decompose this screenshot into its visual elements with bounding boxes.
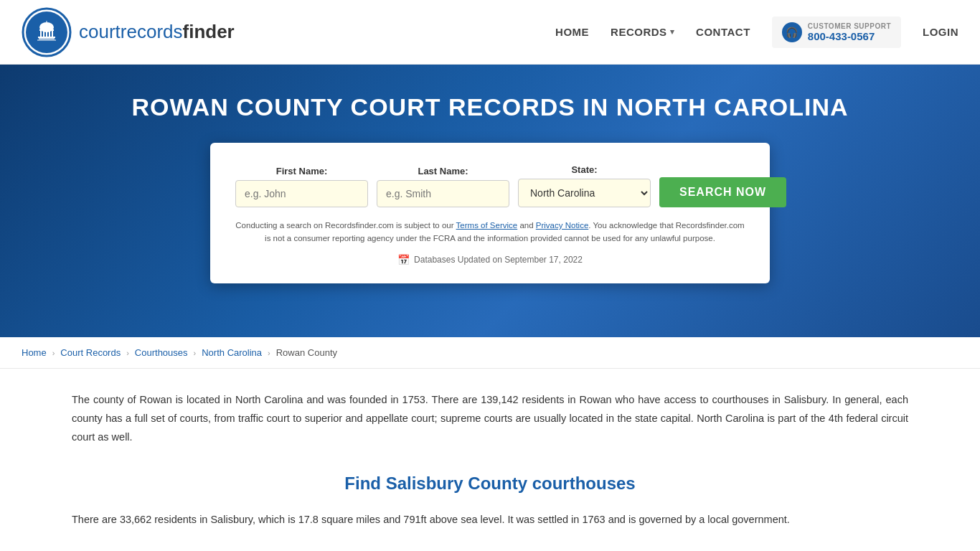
first-name-group: First Name:	[235, 166, 368, 207]
search-button[interactable]: SEARCH NOW	[659, 177, 786, 207]
breadcrumb-sep-1: ›	[52, 349, 55, 357]
breadcrumb-court-records[interactable]: Court Records	[60, 347, 121, 358]
svg-rect-3	[42, 27, 52, 29]
svg-rect-4	[39, 29, 54, 31]
hero-section: ROWAN COUNTY COURT RECORDS IN NORTH CARO…	[0, 65, 980, 337]
state-select[interactable]: North Carolina Alabama Alaska Arizona Ca…	[518, 179, 651, 207]
state-group: State: North Carolina Alabama Alaska Ari…	[518, 164, 651, 207]
last-name-input[interactable]	[377, 180, 509, 207]
breadcrumb-home[interactable]: Home	[22, 347, 47, 358]
site-header: courtrecordsfinder HOME RECORDS ▾ CONTAC…	[0, 0, 980, 65]
nav-login[interactable]: LOGIN	[923, 26, 958, 38]
svg-rect-13	[37, 39, 56, 41]
svg-rect-7	[46, 31, 47, 37]
db-updated: 📅 Databases Updated on September 17, 202…	[235, 254, 745, 265]
breadcrumb-rowan-county: Rowan County	[276, 347, 337, 358]
first-name-input[interactable]	[235, 180, 368, 207]
headset-icon: 🎧	[782, 22, 802, 42]
main-nav: HOME RECORDS ▾ CONTACT 🎧 CUSTOMER SUPPOR…	[555, 17, 958, 48]
nav-records[interactable]: RECORDS ▾	[611, 26, 674, 38]
svg-rect-11	[47, 21, 47, 27]
breadcrumb-sep-4: ›	[268, 349, 270, 357]
search-disclaimer: Conducting a search on Recordsfinder.com…	[235, 219, 745, 245]
calendar-icon: 📅	[397, 254, 410, 265]
svg-rect-9	[52, 31, 53, 37]
breadcrumb-north-carolina[interactable]: North Carolina	[202, 347, 262, 358]
nav-home[interactable]: HOME	[555, 26, 589, 38]
nav-contact[interactable]: CONTACT	[696, 26, 750, 38]
breadcrumb-sep-2: ›	[126, 349, 129, 357]
svg-rect-6	[43, 31, 44, 37]
breadcrumb-courthouses[interactable]: Courthouses	[135, 347, 188, 358]
last-name-label: Last Name:	[377, 166, 509, 176]
logo-icon	[22, 7, 72, 57]
svg-rect-8	[49, 31, 50, 37]
search-card: First Name: Last Name: State: North Caro…	[210, 143, 770, 283]
chevron-down-icon: ▾	[670, 27, 675, 37]
breadcrumb-sep-3: ›	[194, 349, 197, 357]
logo-text: courtrecordsfinder	[79, 21, 235, 43]
search-fields: First Name: Last Name: State: North Caro…	[235, 164, 745, 207]
content-body: There are 33,662 residents in Salisbury,…	[72, 510, 908, 529]
county-intro: The county of Rowan is located in North …	[72, 390, 908, 446]
page-title: ROWAN COUNTY COURT RECORDS IN NORTH CARO…	[131, 93, 848, 121]
svg-rect-12	[39, 38, 55, 39]
svg-rect-10	[38, 37, 55, 38]
support-info: CUSTOMER SUPPORT 800-433-0567	[808, 22, 891, 42]
breadcrumb: Home › Court Records › Courthouses › Nor…	[0, 337, 980, 369]
first-name-label: First Name:	[235, 166, 368, 176]
logo[interactable]: courtrecordsfinder	[22, 7, 235, 57]
main-content: The county of Rowan is located in North …	[0, 369, 980, 551]
terms-link[interactable]: Terms of Service	[456, 221, 518, 230]
svg-rect-5	[40, 31, 42, 37]
privacy-link[interactable]: Privacy Notice	[536, 221, 589, 230]
state-label: State:	[518, 164, 651, 175]
support-box[interactable]: 🎧 CUSTOMER SUPPORT 800-433-0567	[772, 17, 901, 48]
last-name-group: Last Name:	[377, 166, 509, 207]
section-title: Find Salisbury County courthouses	[72, 468, 908, 499]
